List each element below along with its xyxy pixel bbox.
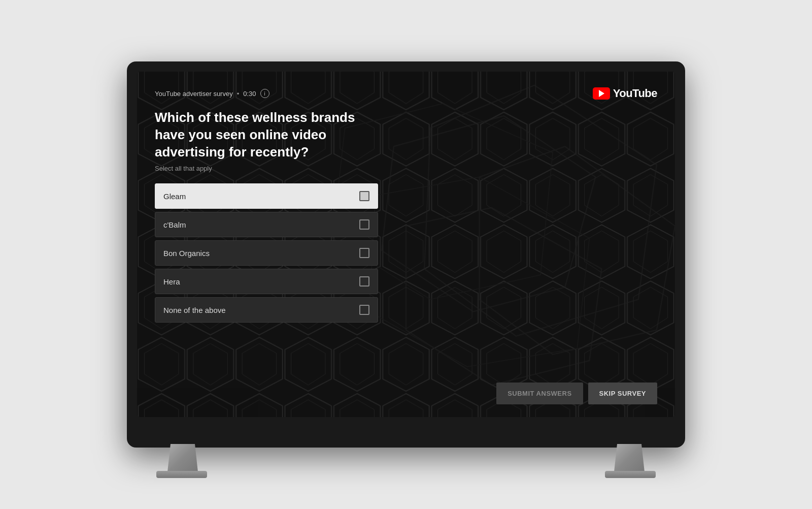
tv-screen: YouTube advertiser survey • 0:30 i YouTu… bbox=[137, 72, 675, 417]
options-list: Gleamc'BalmBon OrganicsHeraNone of the a… bbox=[155, 183, 378, 323]
option-label-gleam: Gleam bbox=[163, 192, 186, 201]
option-checkbox-none bbox=[359, 305, 369, 315]
tv-stand-right bbox=[614, 444, 645, 472]
survey-meta: YouTube advertiser survey • 0:30 i bbox=[155, 89, 269, 98]
option-item-bon-organics[interactable]: Bon Organics bbox=[155, 240, 378, 266]
option-checkbox-hera bbox=[359, 276, 369, 287]
option-label-none: None of the above bbox=[163, 306, 226, 314]
option-label-cbalm: c'Balm bbox=[163, 220, 186, 229]
tv-feet-right bbox=[605, 471, 656, 478]
screen-content: YouTube advertiser survey • 0:30 i YouTu… bbox=[137, 72, 675, 417]
youtube-play-icon bbox=[593, 87, 610, 100]
tv-stand-left bbox=[167, 444, 198, 472]
option-item-gleam[interactable]: Gleam bbox=[155, 183, 378, 209]
youtube-logo: YouTube bbox=[593, 87, 657, 100]
separator-dot: • bbox=[237, 90, 240, 98]
timer: 0:30 bbox=[243, 90, 256, 98]
option-checkbox-gleam bbox=[359, 191, 369, 201]
tv-frame: YouTube advertiser survey • 0:30 i YouTu… bbox=[127, 61, 685, 448]
skip-survey-button[interactable]: SKIP SURVEY bbox=[588, 383, 657, 404]
youtube-wordmark: YouTube bbox=[613, 87, 657, 100]
option-item-hera[interactable]: Hera bbox=[155, 269, 378, 294]
survey-label: YouTube advertiser survey bbox=[155, 90, 233, 98]
option-checkbox-bon-organics bbox=[359, 248, 369, 258]
option-label-hera: Hera bbox=[163, 277, 180, 286]
submit-answers-button[interactable]: SUBMIT ANSWERS bbox=[496, 383, 583, 404]
tv-feet-left bbox=[156, 471, 207, 478]
bottom-buttons: SUBMIT ANSWERS SKIP SURVEY bbox=[496, 383, 657, 404]
option-item-cbalm[interactable]: c'Balm bbox=[155, 212, 378, 237]
option-checkbox-cbalm bbox=[359, 219, 369, 230]
option-label-bon-organics: Bon Organics bbox=[163, 249, 210, 258]
info-symbol: i bbox=[264, 90, 265, 97]
option-item-none[interactable]: None of the above bbox=[155, 297, 378, 323]
top-bar: YouTube advertiser survey • 0:30 i YouTu… bbox=[155, 87, 657, 100]
question-subtitle: Select all that apply bbox=[155, 165, 657, 172]
info-icon[interactable]: i bbox=[260, 89, 269, 98]
question-title: Which of these wellness brands have you … bbox=[155, 109, 388, 161]
